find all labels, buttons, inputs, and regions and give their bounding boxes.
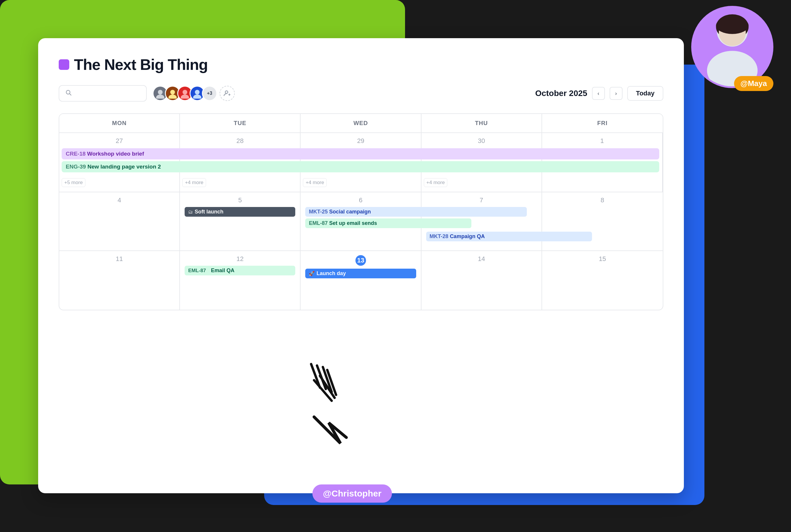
cal-cell-oct13[interactable]: 13 🚀 Launch day [301, 251, 421, 310]
event-email-qa[interactable]: EML-87 Email QA [185, 266, 295, 276]
date-29: 29 [305, 137, 416, 145]
cal-cell-oct7[interactable]: 7 MKT-28 Campaign QA [422, 192, 542, 250]
cal-cell-oct8[interactable]: 8 [542, 192, 663, 250]
cal-cell-oct1[interactable]: 1 [542, 133, 663, 192]
cal-cell-oct11[interactable]: 11 [59, 251, 180, 310]
profile-image [693, 7, 772, 86]
svg-point-6 [182, 90, 187, 95]
toolbar: +3 October 2025 ‹ › Today [59, 85, 663, 101]
calendar-header: MON TUE WED THU FRI [59, 114, 663, 133]
event-name-email-qa: Email QA [211, 267, 234, 273]
cal-cell-oct5[interactable]: 5 🗂 Soft launch [180, 192, 301, 250]
date-15: 15 [547, 255, 658, 263]
date-27: 27 [64, 137, 175, 145]
svg-point-8 [195, 90, 199, 95]
week-row-3: 11 12 EML-87 Email QA 13 🚀 Launch day 14… [59, 251, 663, 310]
col-header-tue: TUE [180, 114, 301, 132]
date-11: 11 [64, 255, 175, 263]
date-12: 12 [185, 255, 295, 263]
event-id-mkt25: MKT-25 [309, 209, 328, 215]
add-member-button[interactable] [219, 86, 235, 101]
date-7: 7 [426, 196, 537, 204]
date-1: 1 [547, 137, 657, 145]
event-id-mkt28: MKT-28 [430, 233, 448, 239]
svg-point-7 [181, 95, 189, 99]
more-label-sep27[interactable]: +5 more [62, 178, 85, 187]
event-name-social: Social campaign [329, 209, 371, 215]
search-input[interactable] [75, 91, 140, 97]
date-4: 4 [64, 196, 175, 204]
svg-point-4 [170, 90, 175, 95]
next-month-button[interactable]: › [610, 87, 622, 100]
launch-day-icon: 🚀 [309, 271, 315, 276]
svg-point-2 [158, 90, 162, 95]
event-name-email-sends: Set up email sends [329, 220, 377, 226]
date-6: 6 [305, 196, 416, 204]
main-card: The Next Big Thing [38, 38, 684, 493]
app-header: The Next Big Thing [59, 56, 663, 73]
app-logo [59, 59, 69, 70]
svg-point-10 [226, 91, 228, 93]
calendar: MON TUE WED THU FRI 27 28 29 30 1 [59, 113, 663, 310]
search-box[interactable] [59, 85, 147, 101]
date-5: 5 [185, 196, 295, 204]
date-14: 14 [426, 255, 537, 263]
today-button[interactable]: Today [627, 86, 663, 101]
user-profile: @Maya [691, 6, 773, 88]
event-name-launch-day: Launch day [316, 270, 346, 277]
prev-month-button[interactable]: ‹ [592, 87, 605, 100]
date-13: 13 [355, 255, 366, 266]
event-id-eml87: EML-87 [309, 220, 328, 226]
svg-point-5 [169, 95, 177, 99]
svg-line-1 [70, 94, 71, 95]
user-badge-maya: @Maya [734, 76, 773, 91]
svg-point-24 [716, 17, 749, 34]
month-label: October 2025 [535, 89, 587, 98]
event-soft-launch[interactable]: 🗂 Soft launch [185, 207, 295, 217]
app-title: The Next Big Thing [74, 56, 208, 73]
date-8: 8 [547, 196, 658, 204]
cal-cell-oct4[interactable]: 4 [59, 192, 180, 250]
col-header-thu: THU [422, 114, 542, 132]
christopher-badge: @Christopher [312, 484, 392, 502]
more-label-sep30[interactable]: +4 more [424, 178, 448, 187]
more-label-sep28[interactable]: +4 more [182, 178, 206, 187]
col-header-wed: WED [301, 114, 421, 132]
date-30: 30 [426, 137, 537, 145]
avatars-group: +3 [153, 86, 235, 101]
col-header-mon: MON [59, 114, 180, 132]
soft-launch-icon: 🗂 [188, 209, 193, 215]
month-navigation: October 2025 ‹ › Today [535, 86, 663, 101]
svg-point-9 [193, 95, 201, 99]
date-28: 28 [185, 137, 295, 145]
svg-point-3 [156, 95, 165, 99]
search-icon [65, 89, 72, 97]
avatar-count: +3 [202, 86, 217, 101]
col-header-fri: FRI [542, 114, 663, 132]
week-row-2: 4 5 🗂 Soft launch 6 MKT-25 Social campai… [59, 192, 663, 251]
event-name-soft-launch: Soft launch [195, 209, 223, 215]
cal-cell-oct6[interactable]: 6 MKT-25 Social campaign EML-87 Set up e… [301, 192, 421, 250]
week-row-1: 27 28 29 30 1 CRE-18 Workshop video brie… [59, 133, 663, 192]
cal-cell-oct14[interactable]: 14 [422, 251, 542, 310]
cal-cell-oct12[interactable]: 12 EML-87 Email QA [180, 251, 301, 310]
profile-avatar-circle [691, 6, 773, 88]
more-label-sep29[interactable]: +4 more [303, 178, 327, 187]
cal-cell-oct15[interactable]: 15 [542, 251, 663, 310]
event-id-eml87-qa: EML-87 [188, 268, 206, 273]
event-launch-day[interactable]: 🚀 Launch day [305, 269, 416, 278]
event-name-campaign-qa: Campaign QA [450, 233, 485, 239]
